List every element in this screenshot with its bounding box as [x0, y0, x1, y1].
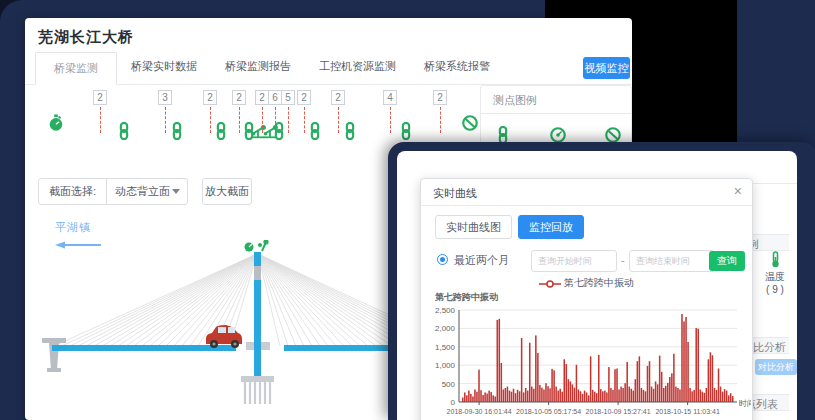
section-select-label: 截面选择: [39, 179, 107, 204]
tower-sensor-icons[interactable] [245, 240, 269, 252]
sensor-count-badge: 6 [268, 90, 282, 105]
sensor-count-badge: 2 [331, 90, 345, 105]
section-select-group: 截面选择: 动态背立面 [38, 178, 188, 205]
screen: 芜湖长江大桥 桥梁监测桥梁实时数据桥梁监测报告工控机资源监测桥梁系统报警 视频监… [0, 0, 815, 420]
main-tab-2[interactable]: 桥梁监测报告 [211, 59, 305, 84]
tab-realtime-curve[interactable]: 实时曲线图 [435, 215, 512, 239]
bridge-pier-cap [42, 338, 66, 343]
prohibit-icon[interactable] [461, 114, 479, 132]
compare-analysis-button[interactable]: 对比分析 [755, 359, 797, 375]
vibration-chart: 05001,0001,5002,0002,5002018-09-30 16:01… [425, 301, 751, 420]
sensor-count-badge: 2 [203, 90, 217, 105]
sensor-lead-line [390, 107, 391, 133]
zoom-section-button[interactable]: 放大截面 [202, 178, 252, 205]
legend-series-label: 第七跨跨中振动 [564, 277, 634, 288]
main-tab-1[interactable]: 桥梁实时数据 [117, 59, 211, 84]
svg-text:1,000: 1,000 [435, 361, 456, 370]
temperature-label: 温度 [755, 270, 795, 284]
realtime-curve-dialog: 实时曲线 × 实时曲线图 监控回放 最近两个月 - 查询 [420, 178, 753, 420]
svg-text:2018-09-30 16:01:44: 2018-09-30 16:01:44 [447, 408, 512, 415]
bridge-diagram [28, 240, 398, 418]
sensor-count-badge: 4 [383, 90, 397, 105]
svg-text:500: 500 [442, 380, 456, 389]
sensor-count-badge: 2 [433, 90, 447, 105]
sensor-lead-line [304, 107, 305, 133]
popup-page: 测点图例 温度 ( 9 ) 对比分析 对比分析 测点列表 [397, 151, 797, 420]
bridge-deck-right [284, 345, 398, 351]
main-tab-0[interactable]: 桥梁监测 [35, 52, 117, 85]
range-separator: - [621, 254, 625, 266]
legend-panel-title: 测点图例 [481, 86, 631, 114]
direction-label: 平湖镇 [55, 220, 103, 235]
bridge-deck-left [52, 345, 236, 351]
sensor-count-badge: 2 [93, 90, 107, 105]
main-tab-4[interactable]: 桥梁系统报警 [410, 59, 504, 84]
link-icon[interactable] [115, 122, 133, 140]
sensor-lead-line [165, 107, 166, 133]
temperature-count: ( 9 ) [755, 284, 795, 295]
bridge-foundation [241, 376, 274, 382]
svg-text:2018-10-15 11:03:41: 2018-10-15 11:03:41 [655, 408, 720, 415]
link-icon[interactable] [212, 122, 230, 140]
sensor-count-badge: 5 [281, 90, 295, 105]
section-select-dropdown[interactable]: 动态背立面 [107, 179, 187, 204]
svg-text:0: 0 [451, 398, 456, 407]
legend-marker-icon [539, 280, 561, 288]
sensor-count-badge: 2 [297, 90, 311, 105]
sensor-lead-line [440, 107, 441, 133]
sensor-lead-line [338, 107, 339, 133]
close-icon[interactable]: × [734, 183, 742, 199]
sensor-count-badge: 3 [158, 90, 172, 105]
dialog-title: 实时曲线 [433, 186, 477, 201]
svg-text:2,000: 2,000 [435, 324, 456, 333]
sensor-lead-line [288, 107, 289, 133]
main-tabbar: 桥梁监测桥梁实时数据桥梁监测报告工控机资源监测桥梁系统报警 [25, 54, 632, 85]
link-icon[interactable] [168, 122, 186, 140]
svg-text:2,500: 2,500 [435, 306, 456, 315]
chevron-down-icon [172, 189, 180, 194]
popup-window: 测点图例 温度 ( 9 ) 对比分析 对比分析 测点列表 [388, 142, 815, 420]
section-select-value: 动态背立面 [115, 185, 170, 197]
query-filter-row: 最近两个月 - 查询 [421, 249, 752, 273]
tab-monitor-playback[interactable]: 监控回放 [518, 215, 584, 239]
dialog-header: 实时曲线 × [421, 179, 752, 206]
sensor-lead-line [100, 107, 101, 133]
link-icon[interactable] [341, 122, 359, 140]
bridge-piles [245, 382, 270, 404]
thermometer-icon [768, 251, 783, 268]
sensor-count-badge: 2 [255, 90, 269, 105]
query-start-time-input[interactable] [531, 250, 617, 272]
stopwatch-icon[interactable] [47, 114, 65, 132]
svg-text:2018-10-05 05:17:54: 2018-10-05 05:17:54 [516, 408, 581, 415]
chart-legend[interactable]: 第七跨跨中振动 [421, 276, 752, 290]
video-monitor-button[interactable]: 视频监控 [583, 57, 630, 79]
temperature-item[interactable]: 温度 ( 9 ) [755, 251, 795, 295]
link-icon[interactable] [306, 122, 324, 140]
sensor-lead-line [210, 107, 211, 133]
svg-text:2018-10-09 15:27:41: 2018-10-09 15:27:41 [586, 408, 651, 415]
recent-two-months-label: 最近两个月 [454, 253, 509, 268]
dialog-tabs: 实时曲线图 监控回放 [435, 215, 590, 239]
query-end-time-input[interactable] [629, 250, 715, 272]
link-icon[interactable] [397, 122, 415, 140]
recent-two-months-radio[interactable] [437, 254, 448, 265]
car [206, 325, 242, 348]
sensor-count-badge: 2 [232, 90, 246, 105]
svg-text:时间: 时间 [739, 399, 751, 408]
svg-text:1,500: 1,500 [435, 343, 456, 352]
bridge-tower-band [254, 266, 261, 280]
link-icon[interactable] [270, 122, 288, 140]
main-tab-3[interactable]: 工控机资源监测 [305, 59, 410, 84]
page-title: 芜湖长江大桥 [38, 28, 134, 47]
query-button[interactable]: 查询 [709, 251, 745, 271]
bridge-pier-base [47, 368, 61, 372]
